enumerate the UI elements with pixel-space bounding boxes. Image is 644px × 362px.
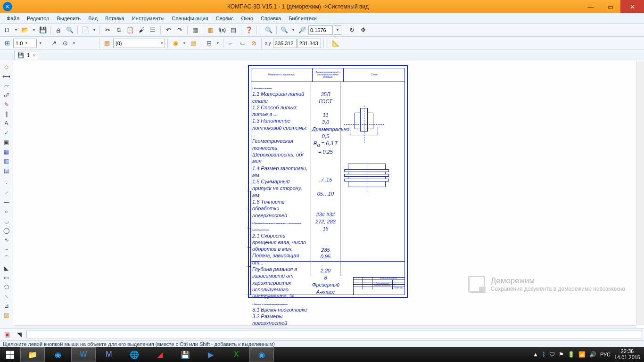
start-button[interactable] bbox=[0, 347, 20, 362]
tool-spline[interactable]: ∿ bbox=[1, 235, 12, 244]
tool-report[interactable]: ▥ bbox=[1, 156, 12, 165]
zoom-dropdown[interactable]: ▼ bbox=[334, 25, 341, 35]
preview-button[interactable]: 📄 bbox=[80, 25, 91, 35]
tool-segment[interactable]: — bbox=[1, 197, 12, 206]
tray-lang[interactable]: РУС bbox=[600, 352, 611, 357]
format-painter-button[interactable]: 🖌 bbox=[136, 25, 147, 35]
tool-spec[interactable]: ▦ bbox=[1, 147, 12, 156]
hatch-button[interactable]: ▨ bbox=[102, 38, 112, 49]
coord-x-input[interactable] bbox=[273, 39, 297, 48]
tool-text[interactable]: A bbox=[1, 119, 12, 128]
tool-arc[interactable]: ◡ bbox=[1, 216, 12, 225]
zoom-fit-button[interactable]: 🔍 bbox=[279, 25, 289, 35]
task-kompas[interactable]: ◉ bbox=[46, 347, 70, 362]
menu-help[interactable]: Справка bbox=[257, 15, 285, 22]
grid-dropdown[interactable]: ▼ bbox=[215, 41, 221, 45]
tool-select[interactable]: ▣ bbox=[1, 138, 12, 147]
open-button[interactable]: 📂 bbox=[20, 25, 30, 35]
stop-button[interactable]: ▣ bbox=[2, 329, 12, 339]
menu-editor[interactable]: Редактор bbox=[23, 15, 53, 22]
tray-battery-icon[interactable]: 🔋 bbox=[568, 351, 575, 358]
grid-button[interactable]: ⊞ bbox=[204, 38, 214, 49]
menu-insert[interactable]: Вставка bbox=[101, 15, 128, 22]
menu-service[interactable]: Сервис bbox=[212, 15, 238, 22]
menu-file[interactable]: Файл bbox=[3, 15, 23, 22]
new-button[interactable]: 🗋 bbox=[2, 25, 12, 35]
tool-rectangle[interactable]: ▭ bbox=[1, 273, 12, 282]
menu-spec[interactable]: Спецификация bbox=[168, 15, 212, 22]
fx-button[interactable]: f(x) bbox=[217, 25, 227, 35]
task-save[interactable]: 💾 bbox=[173, 347, 198, 362]
canvas[interactable]: Показатели и параметры Значения показа­т… bbox=[13, 61, 644, 333]
tool-edit[interactable]: ✎ bbox=[1, 100, 12, 109]
tool-point[interactable]: · bbox=[1, 179, 12, 188]
print-button[interactable]: 🖨 bbox=[53, 25, 64, 35]
line-width-combo[interactable]: 1.0▼ bbox=[13, 39, 37, 48]
task-play[interactable]: ▶ bbox=[198, 347, 223, 362]
tool-ellipse[interactable]: ◯ bbox=[1, 226, 12, 235]
task-m[interactable]: M bbox=[97, 347, 121, 362]
variables-button[interactable]: ▥ bbox=[206, 25, 216, 35]
menu-window[interactable]: Окно bbox=[237, 15, 257, 22]
tool-c1[interactable]: ⟍ bbox=[1, 292, 12, 301]
task-explorer[interactable]: 📁 bbox=[20, 347, 45, 362]
maximize-button[interactable]: ▭ bbox=[601, 0, 620, 13]
tool-dimensions[interactable]: ⟷ bbox=[1, 72, 12, 81]
tray-clock[interactable]: 22:36 14.01.2015 bbox=[614, 348, 640, 360]
tool-param[interactable]: ∥ bbox=[1, 109, 12, 118]
help-pointer-button[interactable]: ❓ bbox=[244, 25, 254, 35]
tool-line[interactable]: ⟋ bbox=[1, 188, 12, 197]
command-input[interactable] bbox=[26, 330, 642, 338]
tool-circle[interactable]: ○ bbox=[1, 207, 12, 216]
tray-up-icon[interactable]: ▲ bbox=[533, 351, 538, 358]
zoom-input[interactable] bbox=[308, 25, 333, 35]
new-dropdown[interactable]: ▼ bbox=[13, 28, 19, 32]
tool-hatch2[interactable]: ▨ bbox=[1, 311, 12, 320]
cmd-btn2[interactable]: ◥ bbox=[14, 329, 25, 339]
minimize-button[interactable]: — bbox=[581, 0, 601, 13]
save-button[interactable]: 💾 bbox=[38, 25, 48, 35]
cut-button[interactable]: ✂ bbox=[102, 25, 113, 35]
task-kompas2[interactable]: ◉ bbox=[249, 347, 274, 362]
task-red[interactable]: ◢ bbox=[148, 347, 172, 362]
color-dropdown[interactable]: ▼ bbox=[182, 41, 187, 45]
menu-select[interactable]: Выделить bbox=[53, 15, 84, 22]
tray-bt-icon[interactable]: ᛒ bbox=[542, 351, 545, 358]
properties-button[interactable]: ☰ bbox=[148, 25, 158, 35]
tool-bezier[interactable]: ~ bbox=[1, 245, 12, 254]
tool-fillet[interactable]: ⌒ bbox=[1, 254, 12, 263]
arrow-button[interactable]: ↗ bbox=[49, 38, 59, 49]
zoom-window-button[interactable]: 🔍 bbox=[264, 25, 274, 35]
zoom-prev-button[interactable]: 🔎 bbox=[297, 25, 307, 35]
tray-sound-icon[interactable]: 🔊 bbox=[589, 351, 596, 358]
task-excel[interactable]: X bbox=[224, 347, 248, 362]
undo-button[interactable]: ↶ bbox=[163, 25, 173, 35]
task-chrome[interactable]: 🌐 bbox=[122, 347, 147, 362]
paste-button[interactable]: 📋 bbox=[125, 25, 135, 35]
scrollbar-vertical[interactable] bbox=[636, 61, 644, 325]
doctab-close[interactable]: × bbox=[33, 52, 35, 58]
redo-button[interactable]: ↷ bbox=[174, 25, 185, 35]
snap-button[interactable]: ⊞ bbox=[2, 38, 12, 49]
doctab-1[interactable]: 💾 1 × bbox=[14, 51, 39, 59]
tool-denote2[interactable]: ☍ bbox=[1, 90, 12, 99]
tool-polygon[interactable]: ⬠ bbox=[1, 282, 12, 291]
copy-button[interactable]: ⧉ bbox=[114, 25, 124, 35]
ortho-button[interactable]: ⌐ bbox=[226, 38, 236, 49]
zoom-fit-dropdown[interactable]: ▼ bbox=[290, 28, 296, 32]
line-style-dropdown[interactable]: ▼ bbox=[38, 41, 43, 45]
tool-chamfer[interactable]: ◣ bbox=[1, 263, 12, 272]
menu-libs[interactable]: Библиотеки bbox=[285, 15, 321, 22]
tray-shield-icon[interactable]: 🛡 bbox=[549, 351, 555, 358]
perpend-button[interactable]: ⌙ bbox=[237, 38, 248, 49]
lib-manager-button[interactable]: ▦ bbox=[190, 25, 200, 35]
measure-button[interactable]: 📐 bbox=[330, 38, 341, 49]
menu-tools[interactable]: Инструменты bbox=[128, 15, 168, 22]
color-button[interactable]: ◉ bbox=[170, 38, 181, 49]
preview-dropdown[interactable]: ▼ bbox=[91, 28, 97, 32]
tray-network-icon[interactable]: 📶 bbox=[578, 351, 586, 358]
layers-button2[interactable]: ▦ bbox=[188, 38, 198, 49]
tool-measure[interactable]: ✓ bbox=[1, 128, 12, 137]
tool-views[interactable]: ▤ bbox=[1, 166, 12, 175]
print-preview-button[interactable]: 🔍 bbox=[65, 25, 75, 35]
